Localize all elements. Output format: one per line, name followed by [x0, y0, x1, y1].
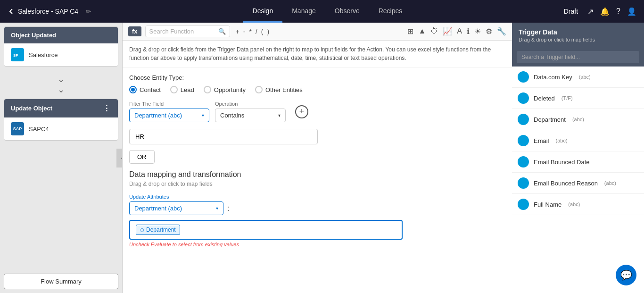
user-icon[interactable]: 👤 [627, 7, 636, 16]
trigger-item-icon [518, 92, 529, 104]
search-function-input[interactable]: Search Function 🔍 [145, 25, 230, 37]
filter-value-input[interactable] [129, 129, 318, 144]
sidebar-scroll: Object Updated SF Salesforce ⌄ ⌄ Update … [0, 23, 122, 270]
radio-contact-circle [129, 86, 137, 93]
trigger-list-item[interactable]: Data.com Key (abc) [512, 67, 644, 88]
top-nav: Salesforce - SAP C4 ✏ Design Manage Obse… [0, 0, 644, 23]
help-icon[interactable]: ? [616, 7, 620, 16]
trigger-item-icon [518, 71, 529, 83]
radio-other-label: Other Entities [265, 86, 303, 93]
svg-point-29 [521, 201, 525, 205]
tab-manage[interactable]: Manage [282, 0, 325, 23]
radio-lead[interactable]: Lead [170, 86, 194, 93]
trigger-list-item[interactable]: Email Bounced Reason (abc) [512, 173, 644, 194]
salesforce-logo: SF [11, 48, 24, 61]
back-button[interactable]: Salesforce - SAP C4 [8, 8, 78, 15]
chat-bubble[interactable]: 💬 [616, 265, 636, 285]
sap-logo: SAP [11, 122, 24, 135]
trigger-item-type: (abc) [556, 138, 568, 143]
trigger-item-name: Full Name [534, 201, 561, 208]
trigger-item-icon [518, 114, 529, 125]
trigger-item-icon [518, 156, 529, 167]
close-paren-op[interactable]: ) [267, 28, 269, 35]
action-app-label: SAPC4 [29, 126, 49, 133]
grid-icon[interactable]: ⊞ [407, 27, 413, 36]
plus-op[interactable]: + [236, 28, 239, 35]
radio-opportunity-circle [204, 86, 211, 93]
operation-select[interactable]: Contains ▾ [215, 109, 286, 122]
open-paren-op[interactable]: ( [261, 28, 264, 35]
search-icon: 🔍 [218, 28, 226, 35]
more-options-icon[interactable]: ⋮ [103, 104, 111, 113]
action-card-header: Update Object ⋮ [4, 99, 118, 117]
radio-opportunity[interactable]: Opportunity [204, 86, 246, 93]
action-card: Update Object ⋮ SAP SAPC4 [4, 99, 118, 141]
main-layout: Object Updated SF Salesforce ⌄ ⌄ Update … [0, 23, 644, 293]
operation-value: Contains [220, 112, 244, 119]
action-card-body: SAP SAPC4 [4, 117, 118, 140]
add-filter-button[interactable]: + [295, 105, 308, 118]
trigger-card: Object Updated SF Salesforce [4, 26, 118, 67]
sidebar-collapse-button[interactable]: ‹ [116, 149, 123, 167]
settings-icon[interactable]: ⚙ [486, 27, 492, 36]
sun-icon[interactable]: ☀ [474, 27, 481, 36]
trigger-list-item[interactable]: Email Bounced Date [512, 151, 644, 173]
trigger-card-body: SF Salesforce [4, 43, 118, 66]
attr-select[interactable]: Department (abc) ▾ [129, 201, 223, 215]
filter-value-row [129, 129, 505, 144]
trigger-search [512, 48, 644, 67]
chip-icon: ⬡ [140, 227, 144, 233]
trigger-item-type: (abc) [568, 201, 580, 207]
trigger-item-icon [518, 199, 529, 210]
text-icon[interactable]: A [457, 27, 462, 36]
filter-field-chevron: ▾ [202, 113, 204, 118]
tools-icon[interactable]: 🔧 [497, 27, 506, 36]
minus-op[interactable]: - [243, 28, 246, 35]
svg-text:SF: SF [13, 53, 18, 58]
trigger-panel: Trigger Data Drag & drop or click to map… [512, 23, 644, 293]
trigger-list-item[interactable]: Email (abc) [512, 130, 644, 151]
radio-contact-label: Contact [140, 86, 161, 93]
chevron-down-icon-2: ⌄ [58, 85, 65, 94]
radio-contact[interactable]: Contact [129, 86, 161, 93]
expand-chevrons[interactable]: ⌄ ⌄ [4, 70, 118, 99]
filter-field-select[interactable]: Department (abc) ▾ [129, 109, 209, 122]
info-icon[interactable]: ℹ [467, 27, 470, 36]
colon-separator: : [227, 204, 229, 213]
attr-chevron: ▾ [216, 206, 218, 211]
line-chart-icon[interactable]: 📈 [443, 27, 452, 36]
tab-design[interactable]: Design [243, 0, 283, 23]
chip-label: Department [146, 226, 176, 233]
attr-value: Department (abc) [134, 205, 182, 212]
clock-icon[interactable]: ⏱ [430, 27, 438, 36]
chevron-down-icon: ⌄ [58, 75, 65, 84]
flow-summary-button[interactable]: Flow Summary [4, 274, 118, 289]
trigger-search-input[interactable] [517, 51, 639, 63]
radio-lead-circle [170, 86, 178, 93]
trigger-item-type: (abc) [604, 180, 616, 186]
tab-observe[interactable]: Observe [325, 0, 369, 23]
entity-radio-group: Contact Lead Opportunity Other Entities [129, 86, 505, 93]
trigger-list-item[interactable]: Department (abc) [512, 109, 644, 130]
trigger-item-icon [518, 135, 529, 146]
trigger-item-name: Deleted [534, 95, 555, 102]
tab-recipes[interactable]: Recipes [369, 0, 412, 23]
multiply-op[interactable]: * [249, 28, 251, 35]
instructions-text: Drag & drop or click fields from the Tri… [123, 41, 512, 67]
notification-icon[interactable]: 🔔 [600, 7, 610, 16]
trigger-list-item[interactable]: Full Name (abc) [512, 194, 644, 215]
main-content: fx Search Function 🔍 + - * / ( ) ⊞ ▲ ⏱ 📈… [123, 23, 512, 293]
trigger-list-item[interactable]: Deleted (T/F) [512, 88, 644, 109]
edit-icon[interactable]: ✏ [86, 8, 91, 15]
chart-icon[interactable]: ▲ [418, 27, 426, 36]
trigger-list: Data.com Key (abc) Deleted (T/F) Departm… [512, 67, 644, 293]
function-bar: fx Search Function 🔍 + - * / ( ) ⊞ ▲ ⏱ 📈… [123, 23, 512, 41]
chip-input[interactable]: ⬡ Department [129, 220, 403, 240]
filter-row: Filter The Field Department (abc) ▾ Oper… [129, 101, 505, 122]
radio-other-entities[interactable]: Other Entities [255, 86, 303, 93]
radio-opportunity-label: Opportunity [214, 86, 246, 93]
divide-op[interactable]: / [256, 28, 257, 35]
external-link-icon[interactable]: ↗ [587, 7, 594, 16]
search-function-text: Search Function [149, 28, 194, 35]
or-button[interactable]: OR [129, 150, 155, 164]
